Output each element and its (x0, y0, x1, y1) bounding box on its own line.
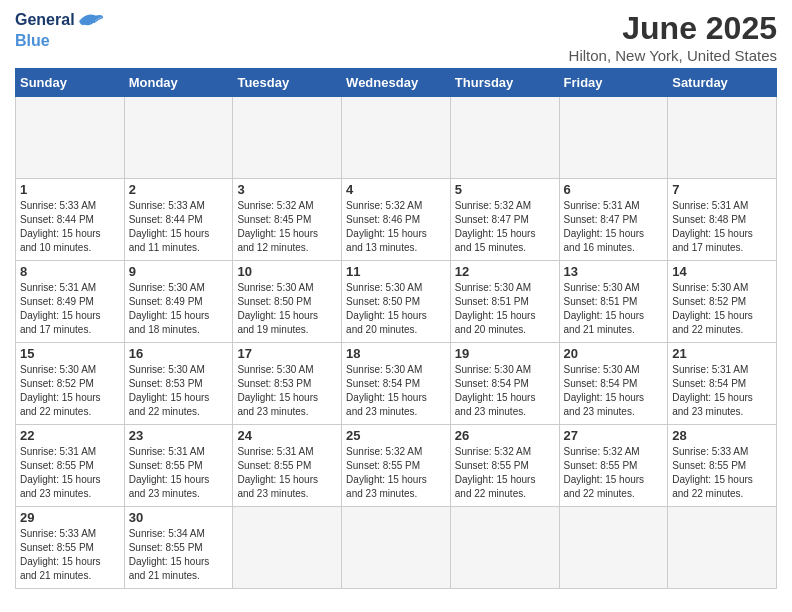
day-info: Sunrise: 5:31 AMSunset: 8:54 PMDaylight:… (672, 363, 772, 419)
day-number: 24 (237, 428, 337, 443)
calendar-cell (233, 507, 342, 589)
calendar-cell: 6Sunrise: 5:31 AMSunset: 8:47 PMDaylight… (559, 179, 668, 261)
logo-bird-icon (77, 10, 105, 32)
calendar-cell: 5Sunrise: 5:32 AMSunset: 8:47 PMDaylight… (450, 179, 559, 261)
calendar-cell: 17Sunrise: 5:30 AMSunset: 8:53 PMDayligh… (233, 343, 342, 425)
day-number: 8 (20, 264, 120, 279)
week-row-2: 8Sunrise: 5:31 AMSunset: 8:49 PMDaylight… (16, 261, 777, 343)
day-info: Sunrise: 5:33 AMSunset: 8:55 PMDaylight:… (672, 445, 772, 501)
calendar-cell (233, 97, 342, 179)
calendar-cell: 20Sunrise: 5:30 AMSunset: 8:54 PMDayligh… (559, 343, 668, 425)
calendar-cell: 11Sunrise: 5:30 AMSunset: 8:50 PMDayligh… (342, 261, 451, 343)
day-info: Sunrise: 5:30 AMSunset: 8:54 PMDaylight:… (564, 363, 664, 419)
logo-line2: Blue (15, 32, 105, 50)
day-info: Sunrise: 5:33 AMSunset: 8:44 PMDaylight:… (20, 199, 120, 255)
calendar-cell: 22Sunrise: 5:31 AMSunset: 8:55 PMDayligh… (16, 425, 125, 507)
header-thursday: Thursday (450, 69, 559, 97)
day-number: 26 (455, 428, 555, 443)
logo-header: General Blue June 2025 Hilton, New York,… (15, 10, 777, 64)
day-number: 16 (129, 346, 229, 361)
day-info: Sunrise: 5:31 AMSunset: 8:55 PMDaylight:… (20, 445, 120, 501)
calendar-cell: 3Sunrise: 5:32 AMSunset: 8:45 PMDaylight… (233, 179, 342, 261)
day-number: 28 (672, 428, 772, 443)
calendar-cell: 1Sunrise: 5:33 AMSunset: 8:44 PMDaylight… (16, 179, 125, 261)
day-info: Sunrise: 5:31 AMSunset: 8:49 PMDaylight:… (20, 281, 120, 337)
calendar-cell: 27Sunrise: 5:32 AMSunset: 8:55 PMDayligh… (559, 425, 668, 507)
day-info: Sunrise: 5:30 AMSunset: 8:54 PMDaylight:… (455, 363, 555, 419)
calendar-cell (342, 507, 451, 589)
day-number: 3 (237, 182, 337, 197)
calendar-cell: 9Sunrise: 5:30 AMSunset: 8:49 PMDaylight… (124, 261, 233, 343)
header-row: SundayMondayTuesdayWednesdayThursdayFrid… (16, 69, 777, 97)
week-row-5: 29Sunrise: 5:33 AMSunset: 8:55 PMDayligh… (16, 507, 777, 589)
calendar-cell: 2Sunrise: 5:33 AMSunset: 8:44 PMDaylight… (124, 179, 233, 261)
calendar-cell: 19Sunrise: 5:30 AMSunset: 8:54 PMDayligh… (450, 343, 559, 425)
day-number: 1 (20, 182, 120, 197)
day-number: 12 (455, 264, 555, 279)
calendar-cell: 26Sunrise: 5:32 AMSunset: 8:55 PMDayligh… (450, 425, 559, 507)
day-info: Sunrise: 5:32 AMSunset: 8:55 PMDaylight:… (455, 445, 555, 501)
logo-line1: General (15, 10, 105, 32)
day-number: 14 (672, 264, 772, 279)
day-info: Sunrise: 5:30 AMSunset: 8:51 PMDaylight:… (564, 281, 664, 337)
calendar-cell: 24Sunrise: 5:31 AMSunset: 8:55 PMDayligh… (233, 425, 342, 507)
day-number: 9 (129, 264, 229, 279)
day-number: 15 (20, 346, 120, 361)
day-number: 7 (672, 182, 772, 197)
week-row-3: 15Sunrise: 5:30 AMSunset: 8:52 PMDayligh… (16, 343, 777, 425)
day-number: 2 (129, 182, 229, 197)
calendar-cell (559, 97, 668, 179)
calendar-cell: 29Sunrise: 5:33 AMSunset: 8:55 PMDayligh… (16, 507, 125, 589)
day-info: Sunrise: 5:30 AMSunset: 8:53 PMDaylight:… (129, 363, 229, 419)
day-info: Sunrise: 5:32 AMSunset: 8:45 PMDaylight:… (237, 199, 337, 255)
subtitle: Hilton, New York, United States (569, 47, 777, 64)
day-number: 27 (564, 428, 664, 443)
day-number: 23 (129, 428, 229, 443)
day-info: Sunrise: 5:32 AMSunset: 8:55 PMDaylight:… (346, 445, 446, 501)
calendar-cell: 23Sunrise: 5:31 AMSunset: 8:55 PMDayligh… (124, 425, 233, 507)
calendar-cell: 10Sunrise: 5:30 AMSunset: 8:50 PMDayligh… (233, 261, 342, 343)
page-container: General Blue June 2025 Hilton, New York,… (0, 0, 792, 599)
day-number: 11 (346, 264, 446, 279)
day-info: Sunrise: 5:30 AMSunset: 8:50 PMDaylight:… (237, 281, 337, 337)
calendar-cell: 7Sunrise: 5:31 AMSunset: 8:48 PMDaylight… (668, 179, 777, 261)
calendar-cell (668, 97, 777, 179)
calendar-cell: 12Sunrise: 5:30 AMSunset: 8:51 PMDayligh… (450, 261, 559, 343)
day-info: Sunrise: 5:30 AMSunset: 8:53 PMDaylight:… (237, 363, 337, 419)
day-info: Sunrise: 5:30 AMSunset: 8:50 PMDaylight:… (346, 281, 446, 337)
day-number: 17 (237, 346, 337, 361)
calendar-cell: 30Sunrise: 5:34 AMSunset: 8:55 PMDayligh… (124, 507, 233, 589)
week-row-0 (16, 97, 777, 179)
day-number: 21 (672, 346, 772, 361)
day-info: Sunrise: 5:31 AMSunset: 8:55 PMDaylight:… (129, 445, 229, 501)
day-info: Sunrise: 5:30 AMSunset: 8:49 PMDaylight:… (129, 281, 229, 337)
calendar-cell: 16Sunrise: 5:30 AMSunset: 8:53 PMDayligh… (124, 343, 233, 425)
day-info: Sunrise: 5:32 AMSunset: 8:55 PMDaylight:… (564, 445, 664, 501)
day-info: Sunrise: 5:34 AMSunset: 8:55 PMDaylight:… (129, 527, 229, 583)
header-tuesday: Tuesday (233, 69, 342, 97)
day-info: Sunrise: 5:32 AMSunset: 8:47 PMDaylight:… (455, 199, 555, 255)
day-number: 22 (20, 428, 120, 443)
title-block: June 2025 Hilton, New York, United State… (569, 10, 777, 64)
day-info: Sunrise: 5:31 AMSunset: 8:48 PMDaylight:… (672, 199, 772, 255)
day-info: Sunrise: 5:30 AMSunset: 8:52 PMDaylight:… (20, 363, 120, 419)
header-saturday: Saturday (668, 69, 777, 97)
main-title: June 2025 (569, 10, 777, 47)
calendar-cell: 13Sunrise: 5:30 AMSunset: 8:51 PMDayligh… (559, 261, 668, 343)
calendar-cell: 14Sunrise: 5:30 AMSunset: 8:52 PMDayligh… (668, 261, 777, 343)
logo: General Blue (15, 10, 105, 50)
calendar-cell: 4Sunrise: 5:32 AMSunset: 8:46 PMDaylight… (342, 179, 451, 261)
calendar-cell: 15Sunrise: 5:30 AMSunset: 8:52 PMDayligh… (16, 343, 125, 425)
calendar-cell (450, 507, 559, 589)
day-number: 6 (564, 182, 664, 197)
day-number: 5 (455, 182, 555, 197)
day-number: 10 (237, 264, 337, 279)
header-friday: Friday (559, 69, 668, 97)
header-sunday: Sunday (16, 69, 125, 97)
calendar-cell (668, 507, 777, 589)
calendar-cell: 25Sunrise: 5:32 AMSunset: 8:55 PMDayligh… (342, 425, 451, 507)
calendar-cell (559, 507, 668, 589)
day-info: Sunrise: 5:31 AMSunset: 8:55 PMDaylight:… (237, 445, 337, 501)
day-number: 20 (564, 346, 664, 361)
day-info: Sunrise: 5:31 AMSunset: 8:47 PMDaylight:… (564, 199, 664, 255)
